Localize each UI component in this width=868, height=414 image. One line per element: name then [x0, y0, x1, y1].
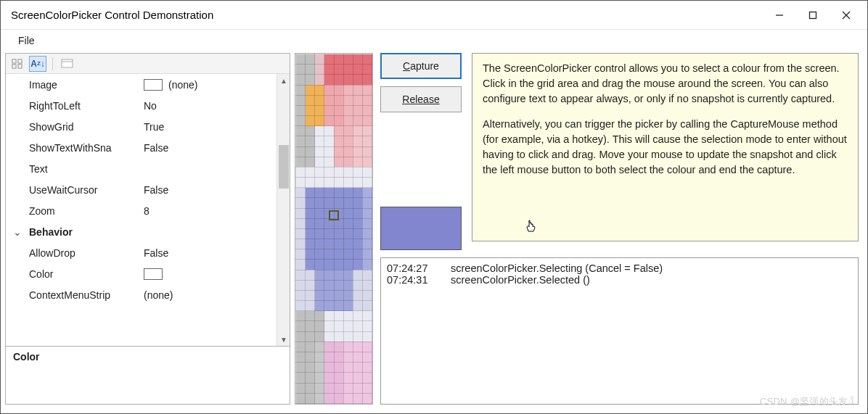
property-row[interactable]: ShowTextWithSnaFalse	[6, 137, 277, 158]
svg-rect-1	[810, 12, 816, 18]
scroll-up-icon[interactable]: ▲	[277, 74, 290, 87]
property-value[interactable]: (none)	[144, 289, 277, 301]
propgrid-rows: Image(none)RightToLeftNoShowGridTrueShow…	[6, 74, 277, 346]
capture-button[interactable]: Capture	[380, 53, 462, 79]
client-area: AZ↓ Image(none)RightToLeftNoShowGridTrue…	[1, 51, 867, 413]
alphabetical-icon[interactable]: AZ↓	[29, 56, 46, 72]
property-name: Behavior	[29, 226, 144, 238]
info-panel: The ScreenColorPicker control allows you…	[472, 53, 859, 241]
property-value[interactable]: False	[144, 142, 277, 154]
property-name: ShowTextWithSna	[29, 142, 144, 154]
property-value-text: False	[144, 247, 168, 259]
scroll-down-icon[interactable]: ▼	[277, 333, 290, 346]
scroll-thumb[interactable]	[279, 145, 289, 189]
minimize-button[interactable]	[763, 4, 796, 27]
release-button[interactable]: Release	[380, 86, 462, 112]
property-value-text: 8	[144, 205, 150, 217]
close-button[interactable]	[830, 4, 863, 27]
property-value-text: No	[144, 100, 157, 112]
property-value[interactable]: 8	[144, 205, 277, 217]
property-row[interactable]: ⌄Behavior	[6, 221, 277, 242]
property-value[interactable]: False	[144, 184, 277, 196]
collapse-icon[interactable]: ⌄	[6, 226, 29, 238]
log-message: screenColorPicker.Selected ()	[451, 274, 590, 286]
property-value-text: (none)	[168, 79, 197, 91]
color-picker-grid[interactable]	[295, 53, 373, 405]
titlebar: ScreenColorPicker Control Demonstration	[1, 1, 867, 30]
property-row[interactable]: Image(none)	[6, 74, 277, 95]
property-row[interactable]: Zoom8	[6, 200, 277, 221]
svg-rect-5	[18, 59, 22, 63]
color-swatch-icon	[144, 268, 163, 280]
info-paragraph-2: Alternatively, you can trigger the picke…	[483, 117, 848, 178]
svg-rect-4	[12, 59, 16, 63]
property-row[interactable]: Text	[6, 158, 277, 179]
property-name: ContextMenuStrip	[29, 289, 144, 301]
property-name: Text	[29, 163, 144, 175]
log-row: 07:24:27screenColorPicker.Selecting (Can…	[387, 262, 852, 274]
svg-rect-8	[62, 59, 73, 67]
pixel-grid	[295, 54, 372, 404]
propgrid-toolbar: AZ↓	[6, 54, 290, 74]
propgrid-help-title: Color	[13, 351, 40, 363]
window-title: ScreenColorPicker Control Demonstration	[11, 9, 763, 21]
propgrid-scrollbar[interactable]: ▲ ▼	[277, 74, 290, 346]
property-name: Image	[29, 79, 144, 91]
event-log[interactable]: 07:24:27screenColorPicker.Selecting (Can…	[380, 257, 859, 405]
button-column: Capture Release	[380, 53, 462, 250]
property-value[interactable]: False	[144, 247, 277, 259]
property-name: ShowGrid	[29, 121, 144, 133]
log-message: screenColorPicker.Selecting (Cancel = Fa…	[451, 262, 663, 274]
log-time: 07:24:31	[387, 274, 433, 286]
color-preview	[380, 207, 462, 250]
toolbar-divider	[52, 57, 53, 70]
color-swatch-icon	[144, 79, 163, 91]
svg-rect-7	[18, 65, 22, 68]
property-name: AllowDrop	[29, 247, 144, 259]
property-name: RightToLeft	[29, 100, 144, 112]
property-value-text: (none)	[144, 289, 173, 301]
property-row[interactable]: AllowDropFalse	[6, 242, 277, 263]
info-paragraph-1: The ScreenColorPicker control allows you…	[483, 61, 848, 107]
target-indicator-icon	[329, 210, 339, 220]
property-pages-icon[interactable]	[59, 56, 76, 72]
right-top-row: Capture Release The ScreenColorPicker co…	[380, 53, 859, 250]
property-value[interactable]: No	[144, 100, 277, 112]
svg-rect-6	[12, 65, 16, 68]
property-name: UseWaitCursor	[29, 184, 144, 196]
categorized-icon[interactable]	[9, 56, 26, 72]
menu-file[interactable]: File	[11, 32, 42, 49]
menubar: File	[1, 30, 867, 51]
property-value[interactable]	[144, 268, 277, 280]
app-window: ScreenColorPicker Control Demonstration …	[0, 0, 868, 414]
right-panel: Capture Release The ScreenColorPicker co…	[380, 53, 859, 405]
log-time: 07:24:27	[387, 262, 433, 274]
property-row[interactable]: Color	[6, 263, 277, 284]
property-value[interactable]: True	[144, 121, 277, 133]
property-row[interactable]: UseWaitCursorFalse	[6, 179, 277, 200]
pointer-cursor-icon	[525, 219, 536, 238]
property-value-text: True	[144, 121, 164, 133]
property-name: Zoom	[29, 205, 144, 217]
property-name: Color	[29, 268, 144, 280]
property-value-text: False	[144, 142, 168, 154]
property-grid: AZ↓ Image(none)RightToLeftNoShowGridTrue…	[5, 53, 290, 405]
property-row[interactable]: ShowGridTrue	[6, 116, 277, 137]
property-row[interactable]: ContextMenuStrip(none)	[6, 284, 277, 305]
maximize-button[interactable]	[796, 4, 830, 27]
property-value[interactable]: (none)	[144, 79, 277, 91]
propgrid-help: Color	[6, 346, 290, 404]
propgrid-body: Image(none)RightToLeftNoShowGridTrueShow…	[6, 74, 290, 346]
property-value-text: False	[144, 184, 168, 196]
property-row[interactable]: RightToLeftNo	[6, 95, 277, 116]
log-row: 07:24:31screenColorPicker.Selected ()	[387, 274, 852, 286]
